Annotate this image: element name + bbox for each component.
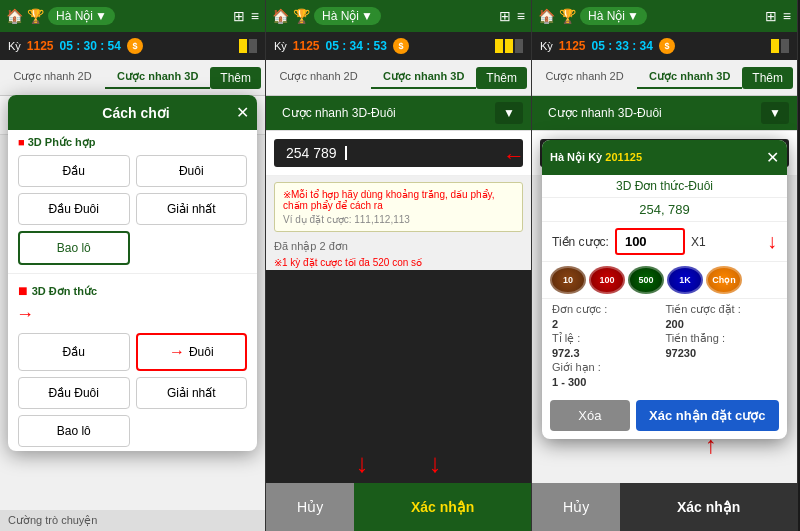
menu-icon-2[interactable]: ≡ [517,8,525,24]
chip-chon[interactable]: Chọn [706,266,742,294]
tab-2d-3[interactable]: Cược nhanh 2D [532,66,637,89]
tien-cuoc-label: Tiền cược: [552,235,609,249]
modal-close-btn[interactable]: ✕ [236,103,249,122]
cancel-btn-2[interactable]: Hủy [266,483,354,531]
bottom-area-2: ↓ ↓ Hủy Xác nhận [266,444,531,531]
confirm-bar-2: Hủy Xác nhận [266,483,531,531]
top-bar-2: 🏠 🏆 Hà Nội ▼ ⊞ ≡ [266,0,531,32]
dropdown-label-3: Cược nhanh 3D-Đuôi [540,102,757,124]
panel-1: 🏠 🏆 Hà Nội ▼ ⊞ ≡ Kỳ 1125 05 : 30 : 54 $ … [0,0,266,531]
timer-2: 05 : 34 : 53 [326,39,387,53]
modal-title-1: Cách chơi [102,105,169,121]
btn-dauduoi-2[interactable]: Đầu Đuôi [18,377,130,409]
max-note-2: ※1 kỳ đặt cược tối đa 520 con số [266,255,531,270]
coin-icon-3: $ [659,38,675,54]
period-num-3: 1125 [559,39,586,53]
ti-le-value: 972.3 [552,347,664,359]
bet-modal: Hà Nội Kỳ 201125 ✕ 3D Đơn thức-Đuôi 254,… [542,140,787,439]
gioi-han-label: Giới hạn : [552,361,664,374]
number-display-2[interactable]: 254 789 [274,139,523,167]
cancel-btn-3[interactable]: Hủy [532,483,620,531]
bar-dark-3 [781,39,789,53]
btn-dauduoi-1[interactable]: Đầu Đuôi [18,193,130,225]
them-btn-2[interactable]: Thêm [476,67,527,89]
bet-multiplier: X1 [691,235,706,249]
grid-icon-3[interactable]: ⊞ [765,8,777,24]
tien-cuoc-total-label: Tiền cược đặt : [666,303,778,316]
grid-icon-2[interactable]: ⊞ [499,8,511,24]
home-icon: 🏠 [6,8,23,24]
tab-row-1: Cược nhanh 2D Cược nhanh 3D Thêm [0,60,265,96]
trophy-icon: 🏆 [27,8,44,24]
dropdown-arrow-2[interactable]: ▼ [495,102,523,124]
grid-icon[interactable]: ⊞ [233,8,245,24]
menu-icon-3[interactable]: ≡ [783,8,791,24]
cach-choi-modal: Cách chơi ✕ ■ 3D Phức hợp Đầu Đuôi Đầu Đ… [8,95,257,451]
xoa-btn[interactable]: Xóa [550,400,630,431]
tien-cuoc-input[interactable] [615,228,685,255]
red-arrow-left-2: ← [503,143,525,169]
confirm-btn-2[interactable]: Xác nhận [354,483,531,531]
location-btn-2[interactable]: Hà Nội ▼ [314,7,381,25]
section2-grid: Đầu → Đuôi Đầu Đuôi Giải nhất Bao lô [8,329,257,451]
panel-2: 🏠 🏆 Hà Nội ▼ ⊞ ≡ Kỳ 1125 05 : 34 : 53 $ … [266,0,532,531]
period-bar-2: Kỳ 1125 05 : 34 : 53 $ [266,32,531,60]
btn-bao-lo-2[interactable]: Bao lô [18,415,130,447]
chip-10[interactable]: 10 [550,266,586,294]
btn-dau-1[interactable]: Đầu [18,155,130,187]
tab-2d-2[interactable]: Cược nhanh 2D [266,66,371,89]
modal-header-1: Cách chơi ✕ [8,95,257,130]
number-input-area: 254 789 ← [266,131,531,176]
chip-500[interactable]: 500 [628,266,664,294]
bet-period: 201125 [605,151,642,163]
btn-bao-lo-1[interactable]: Bao lô [18,231,130,265]
red-arrow-down-2b: ↓ [429,448,442,479]
btn-duoi-1[interactable]: Đuôi [136,155,248,187]
them-btn-1[interactable]: Thêm [210,67,261,89]
location-btn-3[interactable]: Hà Nội ▼ [580,7,647,25]
cursor-blink [345,146,347,160]
period-num-2: 1125 [293,39,320,53]
chip-100[interactable]: 100 [589,266,625,294]
bet-actions: Xóa Xác nhận đặt cược [542,392,787,439]
tien-thang-value: 97230 [666,347,778,359]
red-arrow-duoi: → [169,343,185,361]
location-label-2: Hà Nội [322,9,359,23]
btn-dau-2[interactable]: Đầu [18,333,130,371]
them-btn-3[interactable]: Thêm [742,67,793,89]
tab-3d-3[interactable]: Cược nhanh 3D [637,66,742,89]
period-label-2: Kỳ [274,40,287,52]
btn-duoi-2[interactable]: → Đuôi [136,333,248,371]
don-cuoc-value: 2 [552,318,664,330]
location-btn-1[interactable]: Hà Nội ▼ [48,7,115,25]
top-icons-2: ⊞ ≡ [499,8,525,24]
red-dot-1: ■ [18,282,28,300]
tab-row-3: Cược nhanh 2D Cược nhanh 3D Thêm [532,60,797,96]
bet-modal-close[interactable]: ✕ [766,148,779,167]
chip-1k[interactable]: 1K [667,266,703,294]
tab-2d-1[interactable]: Cược nhanh 2D [0,66,105,89]
home-icon-2: 🏠 [272,8,289,24]
bet-modal-subheader: 3D Đơn thức-Đuôi [542,175,787,198]
confirm-bar-3: Hủy Xác nhận [532,483,797,531]
dropdown-arrow-3[interactable]: ▼ [761,102,789,124]
xac-nhan-dat-cuoc-btn[interactable]: Xác nhận đặt cược [636,400,779,431]
location-label-1: Hà Nội [56,9,93,23]
tab-3d-1[interactable]: Cược nhanh 3D [105,66,210,89]
btn-giai-nhat-1[interactable]: Giải nhất [136,193,248,225]
section1-grid: Đầu Đuôi Đầu Đuôi Giải nhất Bao lô [8,151,257,269]
dropdown-row-2: Cược nhanh 3D-Đuôi ▼ [266,96,531,131]
trophy-icon-2: 🏆 [293,8,310,24]
chevron-down-icon: ▼ [95,9,107,23]
keyboard-area-2[interactable] [266,270,531,444]
menu-icon[interactable]: ≡ [251,8,259,24]
dropdown-row-3: Cược nhanh 3D-Đuôi ▼ [532,96,797,131]
confirm-btn-3[interactable]: Xác nhận [620,483,797,531]
home-icon-3: 🏠 [538,8,555,24]
tab-3d-2[interactable]: Cược nhanh 3D [371,66,476,89]
bottom-arrows-2: ↓ ↓ [266,444,531,483]
section1-title: ■ 3D Phức hợp [8,130,257,151]
coin-icon-2: $ [393,38,409,54]
btn-giai-nhat-2[interactable]: Giải nhất [136,377,248,409]
bar-gold-1 [239,39,247,53]
